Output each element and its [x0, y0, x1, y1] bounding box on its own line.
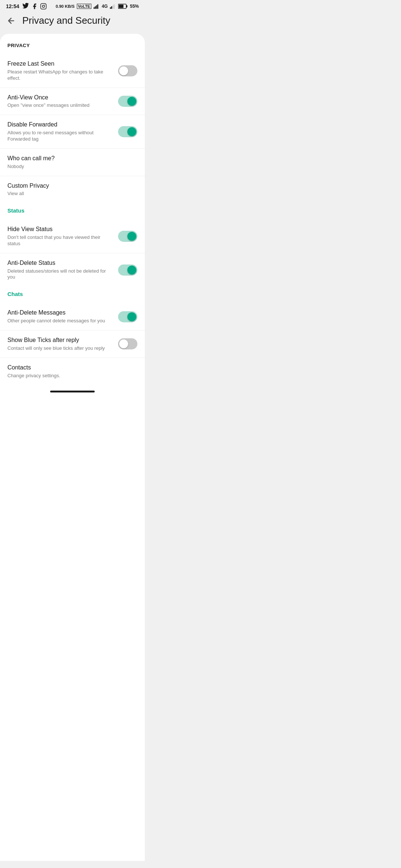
svg-rect-8	[111, 6, 112, 9]
toggle-anti-delete-messages[interactable]	[118, 311, 137, 322]
setting-row-anti-delete-messages[interactable]: Anti-Delete Messages Other people cannot…	[0, 303, 145, 331]
svg-rect-10	[114, 4, 115, 9]
setting-row-disable-forwarded[interactable]: Disable Forwarded Allows you to re-send …	[0, 115, 145, 149]
setting-subtitle-custom-privacy: View all	[7, 191, 131, 197]
setting-subtitle-anti-delete-messages: Other people cannot delete messages for …	[7, 318, 112, 324]
volte-indicator: VoLTE	[77, 4, 91, 9]
setting-row-anti-delete-status[interactable]: Anti-Delete Status Deleted statuses/stor…	[0, 253, 145, 287]
setting-title-hide-view-status: Hide View Status	[7, 226, 112, 233]
toolbar: Privacy and Security	[0, 11, 145, 34]
svg-rect-7	[110, 7, 111, 9]
setting-subtitle-disable-forwarded: Allows you to re-send messages without F…	[7, 130, 112, 142]
page-title: Privacy and Security	[22, 15, 110, 26]
twitter-icon	[22, 3, 29, 10]
setting-row-contacts[interactable]: Contacts Change privacy settings.	[0, 358, 145, 385]
network-speed: 0.90 KB/S	[56, 4, 75, 9]
setting-title-anti-delete-messages: Anti-Delete Messages	[7, 309, 112, 317]
toggle-show-blue-ticks[interactable]	[118, 338, 137, 349]
setting-subtitle-who-can-call: Nobody	[7, 164, 131, 170]
setting-title-anti-delete-status: Anti-Delete Status	[7, 259, 112, 267]
bottom-bar	[0, 385, 145, 395]
setting-row-who-can-call[interactable]: Who can call me? Nobody	[0, 149, 145, 176]
network-type: 4G	[102, 4, 108, 9]
setting-subtitle-anti-view-once: Open "view once" messages unlimited	[7, 102, 112, 109]
battery-icon	[118, 4, 128, 9]
svg-rect-4	[95, 6, 96, 9]
section-privacy: PRIVACY Freeze Last Seen Please restart …	[0, 43, 145, 203]
svg-rect-13	[126, 5, 127, 7]
setting-row-freeze-last-seen[interactable]: Freeze Last Seen Please restart WhatsApp…	[0, 54, 145, 88]
svg-rect-9	[113, 5, 114, 9]
facebook-icon	[31, 3, 38, 10]
status-bar: 12:54 0.90 KB/S VoLTE 4G	[0, 0, 145, 11]
toggle-freeze-last-seen[interactable]	[118, 65, 137, 76]
setting-title-freeze-last-seen: Freeze Last Seen	[7, 60, 112, 68]
setting-subtitle-show-blue-ticks: Contact will only see blue ticks after y…	[7, 345, 112, 352]
toggle-hide-view-status[interactable]	[118, 231, 137, 242]
setting-title-disable-forwarded: Disable Forwarded	[7, 121, 112, 129]
bottom-home-indicator	[50, 391, 95, 392]
svg-rect-6	[97, 4, 98, 9]
svg-rect-3	[94, 7, 95, 9]
toggle-anti-delete-status[interactable]	[118, 264, 137, 276]
setting-row-anti-view-once[interactable]: Anti-View Once Open "view once" messages…	[0, 88, 145, 115]
setting-title-contacts: Contacts	[7, 364, 131, 372]
toggle-disable-forwarded[interactable]	[118, 126, 137, 137]
svg-rect-12	[118, 5, 123, 8]
instagram-icon	[40, 3, 47, 10]
section-heading-privacy: PRIVACY	[0, 43, 145, 54]
setting-subtitle-freeze-last-seen: Please restart WhatsApp for changes to t…	[7, 69, 112, 82]
content-card: PRIVACY Freeze Last Seen Please restart …	[0, 34, 145, 861]
setting-title-who-can-call: Who can call me?	[7, 155, 131, 162]
svg-point-1	[42, 5, 45, 7]
section-heading-status: Status	[0, 203, 145, 220]
svg-point-2	[45, 4, 45, 5]
section-heading-chats: Chats	[0, 286, 145, 303]
setting-subtitle-hide-view-status: Don't tell contact that you have viewed …	[7, 234, 112, 247]
section-status: Status Hide View Status Don't tell conta…	[0, 203, 145, 286]
back-button[interactable]	[6, 16, 16, 26]
signal-icon	[94, 4, 100, 9]
setting-row-hide-view-status[interactable]: Hide View Status Don't tell contact that…	[0, 220, 145, 253]
setting-title-anti-view-once: Anti-View Once	[7, 94, 112, 102]
setting-title-custom-privacy: Custom Privacy	[7, 182, 131, 190]
status-icons	[22, 3, 47, 10]
setting-title-show-blue-ticks: Show Blue Ticks after reply	[7, 336, 112, 344]
setting-subtitle-contacts: Change privacy settings.	[7, 373, 131, 379]
setting-subtitle-anti-delete-status: Deleted statuses/stories will not be del…	[7, 268, 112, 281]
status-bar-left: 12:54	[6, 3, 47, 10]
setting-row-custom-privacy[interactable]: Custom Privacy View all	[0, 176, 145, 203]
signal-icon-2	[110, 4, 116, 9]
toggle-anti-view-once[interactable]	[118, 96, 137, 107]
battery-percent: 55%	[130, 4, 139, 9]
svg-rect-0	[40, 4, 46, 9]
status-time: 12:54	[6, 3, 19, 9]
status-bar-right: 0.90 KB/S VoLTE 4G 55%	[56, 4, 139, 9]
svg-rect-5	[96, 5, 97, 9]
section-chats: Chats Anti-Delete Messages Other people …	[0, 286, 145, 385]
setting-row-show-blue-ticks[interactable]: Show Blue Ticks after reply Contact will…	[0, 331, 145, 358]
